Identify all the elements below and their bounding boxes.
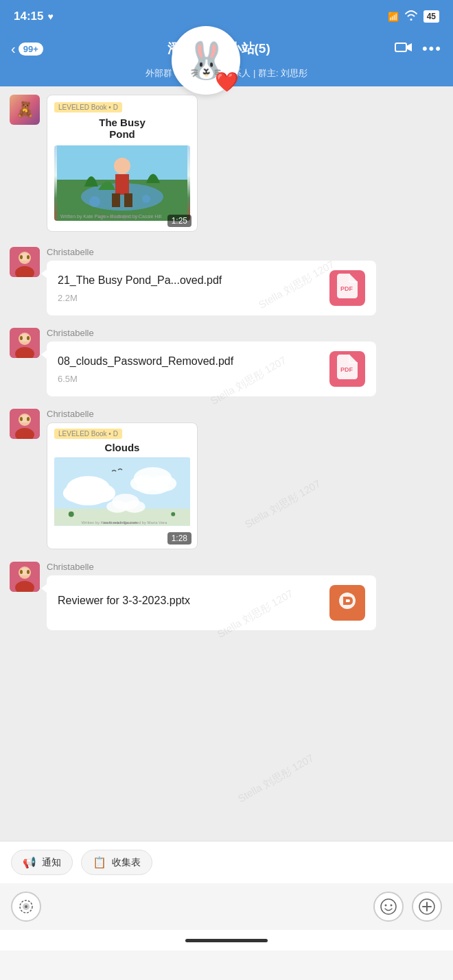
file-message-bubble[interactable]: 21_The Busy Pond_Pa...oved.pdf 2.2M PDF — [47, 261, 376, 315]
msg-content: Christabelle LEVELED Book • D Clouds — [47, 409, 376, 549]
svg-text:PDF: PDF — [340, 366, 353, 373]
file-message-bubble[interactable]: 08_clouds_Password_Removed.pdf 6.5M PDF — [47, 342, 376, 396]
back-chevron-icon[interactable]: ‹ — [11, 41, 16, 57]
svg-point-59 — [381, 899, 396, 914]
sender-name: Christabelle — [47, 247, 376, 257]
svg-point-46 — [171, 512, 175, 516]
status-right: 📶 45 — [388, 10, 439, 23]
clouds-book-cover[interactable]: LEVELED Book • D Clouds — [47, 422, 198, 549]
file-name: Reviewer for 3-3-2023.pptx — [58, 593, 321, 608]
sender-name: Christabelle — [47, 409, 376, 419]
video-call-icon[interactable] — [395, 41, 413, 57]
message-row: Christabelle 21_The Busy Pond_Pa...oved.… — [10, 247, 443, 315]
signal-icon: 📶 — [388, 12, 399, 22]
message-row: Christabelle LEVELED Book • D Clouds — [10, 409, 443, 549]
heart-icon: ♥ — [47, 11, 53, 22]
video-duration: 1:25 — [167, 215, 191, 227]
book-scene: Written by Kate Page • Illustrated by Ca… — [54, 145, 190, 221]
more-icon[interactable]: ••• — [422, 40, 442, 58]
pptx-icon — [329, 585, 365, 621]
svg-point-23 — [20, 336, 23, 340]
msg-content: Christabelle 21_The Busy Pond_Pa...oved.… — [47, 247, 376, 315]
voice-button[interactable] — [11, 892, 41, 922]
msg-content: LEVELED Book • D The BusyPond — [47, 95, 376, 232]
svg-point-60 — [385, 905, 387, 907]
svg-point-8 — [89, 196, 100, 207]
avatar — [10, 562, 40, 592]
svg-rect-5 — [115, 174, 129, 195]
nav-actions: ••• — [395, 40, 442, 58]
unread-badge: 99+ — [19, 43, 43, 56]
sender-name: Christabelle — [47, 328, 376, 338]
avatar: 🧸 — [10, 95, 40, 125]
input-bar — [0, 883, 453, 930]
svg-point-30 — [20, 417, 23, 421]
chat-area: 🧸 LEVELED Book • D The BusyPond — [0, 86, 453, 841]
pdf-icon: PDF — [329, 270, 365, 306]
avatar — [10, 328, 40, 358]
sender-name: Christabelle — [47, 562, 376, 572]
message-row: 🧸 LEVELED Book • D The BusyPond — [10, 95, 443, 232]
svg-rect-6 — [112, 193, 120, 207]
file-info: 08_clouds_Password_Removed.pdf 6.5M — [58, 354, 321, 383]
msg-content: Christabelle 08_clouds_Password_Removed.… — [47, 328, 376, 396]
status-bar: 14:15 ♥ 📶 45 — [0, 0, 453, 33]
sub-header: 外部群：含 2位外部联系人 | 群主: 刘思彤 — [0, 67, 453, 86]
svg-point-24 — [27, 336, 30, 340]
file-name: 08_clouds_Password_Removed.pdf — [58, 354, 321, 369]
collect-label: 收集表 — [112, 857, 141, 869]
status-time: 14:15 ♥ — [14, 10, 54, 23]
svg-text:www.readinga.com: www.readinga.com — [102, 521, 137, 525]
notify-label: 通知 — [42, 857, 61, 869]
emoji-button[interactable] — [373, 892, 404, 922]
home-bar — [185, 939, 268, 942]
svg-text:www.readinga.com: www.readinga.com — [97, 214, 139, 219]
clouds-duration: 1:28 — [167, 532, 191, 545]
clouds-title: Clouds — [105, 442, 140, 453]
message-row: Christabelle 08_clouds_Password_Removed.… — [10, 328, 443, 396]
svg-point-45 — [69, 512, 74, 517]
svg-point-53 — [20, 570, 23, 574]
file-info: Reviewer for 3-3-2023.pptx — [58, 593, 321, 612]
nav-left[interactable]: ‹ 99+ — [11, 41, 43, 57]
svg-point-37 — [69, 489, 107, 505]
file-size: 2.2M — [58, 293, 321, 303]
notify-icon: 📢 — [23, 856, 36, 869]
notify-button[interactable]: 📢 通知 — [11, 850, 73, 875]
svg-point-41 — [137, 481, 170, 494]
book-level-label: LEVELED Book • D — [54, 102, 122, 112]
battery-indicator: 45 — [423, 10, 439, 23]
collect-button[interactable]: 📋 收集表 — [81, 850, 152, 875]
home-indicator — [0, 930, 453, 951]
chat-title: 潘 r的家园小站(5) — [50, 40, 388, 58]
msg-content: Christabelle Reviewer for 3-3-2023.pptx — [47, 562, 376, 630]
avatar — [10, 247, 40, 277]
svg-point-31 — [27, 417, 30, 421]
avatar — [10, 409, 40, 439]
svg-rect-0 — [395, 43, 406, 51]
message-row: Christabelle Reviewer for 3-3-2023.pptx — [10, 562, 443, 630]
pdf-icon: PDF — [329, 351, 365, 387]
svg-point-17 — [27, 255, 30, 259]
file-message-bubble[interactable]: Reviewer for 3-3-2023.pptx — [47, 575, 376, 630]
svg-point-4 — [114, 158, 130, 174]
clouds-scene: Written by Kim Frank • Illustrated by Ma… — [54, 457, 190, 526]
svg-rect-7 — [124, 193, 132, 207]
file-size: 6.5M — [58, 374, 321, 384]
bottom-toolbar: 📢 通知 📋 收集表 — [0, 841, 453, 883]
collect-icon: 📋 — [93, 856, 106, 869]
wifi-icon — [404, 10, 418, 23]
clouds-level-label: LEVELED Book • D — [54, 429, 122, 439]
svg-point-54 — [27, 570, 30, 574]
file-info: 21_The Busy Pond_Pa...oved.pdf 2.2M — [58, 273, 321, 302]
add-button[interactable] — [412, 892, 442, 922]
svg-point-44 — [124, 501, 146, 513]
file-name: 21_The Busy Pond_Pa...oved.pdf — [58, 273, 321, 288]
nav-bar: ‹ 99+ 潘 r的家园小站(5) ••• 🐰 ❤️ — [0, 33, 453, 67]
svg-point-58 — [25, 905, 27, 908]
svg-point-16 — [20, 255, 23, 259]
svg-text:PDF: PDF — [340, 285, 353, 292]
svg-point-9 — [142, 195, 150, 203]
book-title: The BusyPond — [99, 117, 146, 140]
book-cover-image[interactable]: LEVELED Book • D The BusyPond — [47, 95, 198, 232]
